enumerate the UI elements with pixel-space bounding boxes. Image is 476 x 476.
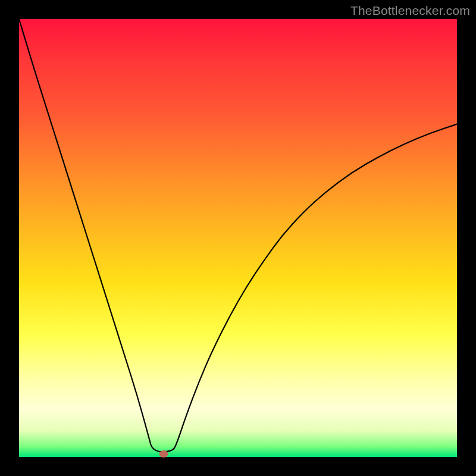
chart-frame: TheBottlenecker.com: [0, 0, 476, 476]
plot-area: [19, 19, 457, 457]
watermark-text: TheBottlenecker.com: [350, 4, 470, 18]
bottleneck-curve: [19, 19, 457, 457]
minimum-marker: [159, 450, 168, 458]
